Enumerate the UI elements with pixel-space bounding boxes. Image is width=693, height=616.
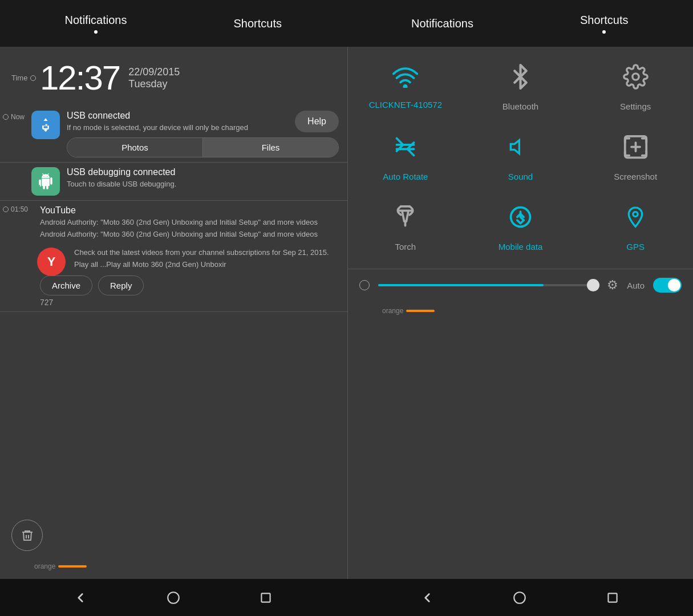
left-orange-bar (58, 565, 87, 568)
usb-notif-title: USB connected (67, 111, 248, 121)
svg-point-1 (404, 85, 407, 87)
day-line: Tuesday (128, 78, 180, 90)
right-back-button[interactable] (417, 587, 437, 607)
shortcut-screenshot[interactable]: Screenshot (578, 123, 693, 193)
top-bar: Notifications Shortcuts Notifications Sh… (0, 0, 693, 47)
right-home-button[interactable] (510, 587, 530, 607)
files-button[interactable]: Files (203, 138, 338, 157)
date-display: 22/09/2015 Tuesday (128, 66, 180, 90)
shortcut-autorotate[interactable]: Auto Rotate (348, 123, 463, 193)
brightness-max-icon: ⚙ (607, 278, 618, 293)
right-shortcuts-label: Shortcuts (580, 14, 628, 27)
shortcut-settings[interactable]: Settings (578, 52, 693, 123)
yt-extra1: Check out the latest videos from your ch… (74, 248, 329, 258)
svg-point-8 (633, 212, 638, 216)
bottom-nav (0, 579, 693, 616)
svg-point-2 (633, 74, 639, 80)
svg-point-0 (44, 129, 47, 132)
yt-time-label: 01:50 (11, 205, 28, 213)
main-content: Time 12:37 22/09/2015 Tuesday Now (0, 47, 693, 579)
right-shortcuts-tab[interactable]: Shortcuts (569, 8, 639, 39)
photos-button[interactable]: Photos (67, 138, 202, 157)
debug-notif-body: Touch to disable USB debugging. (67, 179, 339, 189)
shortcuts-grid: CLICKNET-410572 Bluetooth (348, 47, 693, 269)
left-recent-button[interactable] (256, 587, 276, 607)
right-notifications-label: Notifications (411, 17, 473, 30)
brightness-slider[interactable] (378, 284, 598, 286)
shortcut-sound[interactable]: Sound (463, 123, 578, 193)
notif-time-now: Now (3, 111, 31, 121)
autorotate-label: Auto Rotate (383, 172, 428, 181)
gps-icon (624, 204, 647, 235)
youtube-actions: Archive Reply (40, 275, 144, 295)
wifi-icon (392, 66, 418, 93)
yt-count: 727 (40, 298, 62, 307)
yt-notif-body2: Android Authority: "Moto 360 (2nd Gen) U… (40, 229, 318, 240)
trash-button[interactable] (11, 520, 43, 551)
sound-label: Sound (508, 172, 533, 181)
svg-point-11 (514, 592, 526, 603)
yt-time-circle (3, 206, 9, 212)
svg-rect-12 (608, 593, 617, 602)
left-shortcuts-label: Shortcuts (233, 17, 281, 30)
yt-extra2: Play all ...Play all Moto 360 (2nd Gen) … (74, 260, 329, 270)
svg-point-9 (168, 592, 179, 603)
right-shortcuts-dot (602, 30, 606, 34)
debug-notif-content: USB debugging connected Touch to disable… (67, 167, 339, 189)
left-notifications-tab[interactable]: Notifications (54, 8, 139, 39)
brightness-toggle[interactable] (653, 278, 682, 293)
shortcut-wifi[interactable]: CLICKNET-410572 (348, 52, 463, 123)
help-button[interactable]: Help (295, 111, 339, 132)
left-notifications-label: Notifications (65, 14, 127, 27)
left-back-button[interactable] (71, 587, 91, 607)
settings-label: Settings (620, 102, 651, 111)
wifi-label: CLICKNET-410572 (369, 100, 442, 110)
left-bottom-nav (0, 579, 347, 616)
debug-notif-title: USB debugging connected (67, 167, 339, 177)
notif-time-empty (3, 167, 31, 169)
torch-icon (392, 204, 418, 235)
mobiledata-icon (508, 204, 533, 235)
right-bottom-nav (347, 579, 694, 616)
right-notifications-tab[interactable]: Notifications (400, 11, 485, 36)
time-label: Time (11, 74, 40, 82)
right-panel: CLICKNET-410572 Bluetooth (348, 47, 693, 579)
left-shortcuts-tab[interactable]: Shortcuts (222, 11, 293, 36)
right-orange-bar-area: orange (348, 301, 693, 323)
time-row: Time 12:37 22/09/2015 Tuesday (0, 47, 347, 103)
right-recent-button[interactable] (602, 587, 622, 607)
date-line: 22/09/2015 (128, 66, 180, 78)
sound-icon (509, 134, 532, 165)
shortcut-mobiledata[interactable]: Mobile data (463, 193, 578, 263)
brightness-toggle-knob (668, 279, 680, 291)
archive-button[interactable]: Archive (40, 275, 92, 295)
autorotate-icon (392, 134, 418, 165)
screenshot-label: Screenshot (614, 172, 657, 181)
reply-button[interactable]: Reply (98, 275, 144, 295)
notif-youtube: 01:50 YouTube Android Authority: "Moto 3… (0, 201, 347, 312)
brightness-row: ⚙ Auto (348, 269, 693, 301)
shortcut-gps[interactable]: GPS (578, 193, 693, 263)
torch-label: Torch (395, 242, 416, 252)
brightness-auto-label: Auto (627, 281, 645, 290)
brightness-fill (378, 284, 544, 286)
trash-area (0, 508, 347, 557)
notifications-list: Now USB connected If no mode is selected… (0, 103, 347, 508)
left-orange-bar-area: orange (0, 557, 347, 579)
clock-display: 12:37 (40, 58, 120, 98)
right-orange-label: orange (382, 307, 403, 315)
file-actions: Photos Files (67, 137, 339, 157)
notif-usb-debug: USB debugging connected Touch to disable… (0, 163, 347, 201)
right-orange-bar (406, 310, 435, 312)
brightness-thumb (587, 279, 599, 291)
brightness-min-icon (359, 280, 370, 290)
mobiledata-label: Mobile data (499, 242, 543, 252)
gps-label: GPS (626, 242, 645, 252)
usb-icon (31, 111, 60, 139)
now-circle (3, 114, 9, 120)
shortcut-torch[interactable]: Torch (348, 193, 463, 263)
settings-icon (623, 64, 649, 95)
left-top-bar: Notifications Shortcuts (0, 0, 347, 47)
shortcut-bluetooth[interactable]: Bluetooth (463, 52, 578, 123)
left-home-button[interactable] (163, 587, 183, 607)
